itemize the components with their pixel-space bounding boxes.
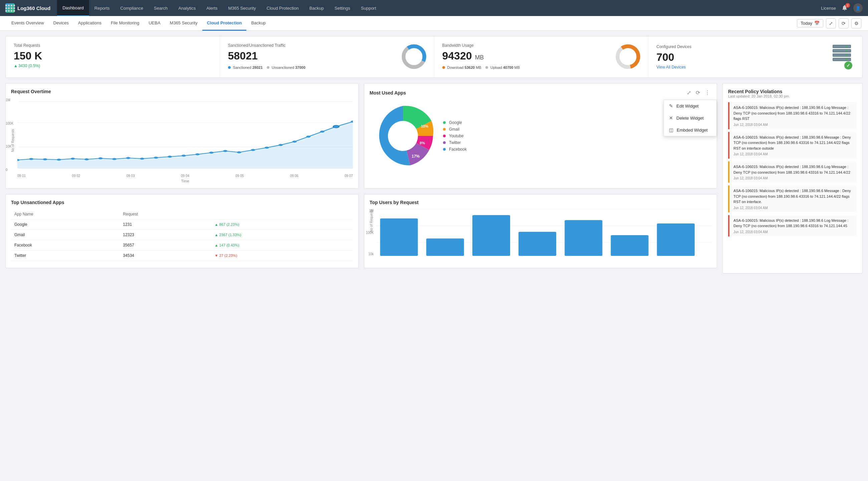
sanctioned-legend: Sanctioned 28021 Unsanctioned 37000	[228, 65, 426, 69]
stat-devices: Configured Devices 700 View All Devices	[648, 36, 862, 78]
svg-point-33	[140, 158, 144, 160]
violation-item: ASA-6-106015: Malicious IP(s) detected :…	[728, 185, 857, 212]
svg-point-40	[237, 151, 241, 153]
svg-rect-14	[846, 55, 847, 56]
svg-point-42	[265, 147, 269, 149]
subnav-applications[interactable]: Applications	[73, 16, 106, 31]
top-unsanctioned-widget: Top Unsanctioned Apps App Name Request G…	[5, 194, 359, 268]
stat-bandwidth: Bandwidth Usage 94320 MB Download 53620 …	[434, 36, 649, 78]
violations-title: Recent Policy Violations	[728, 89, 857, 94]
y-tick-1m: 1M	[6, 98, 13, 102]
x-tick-0901: 09 01	[18, 174, 26, 178]
legend-facebook: Facebook	[443, 146, 467, 153]
subnav-file-monitoring[interactable]: File Monitoring	[106, 16, 144, 31]
date-filter-label: Today	[801, 21, 812, 26]
nav-item-search[interactable]: Search	[149, 0, 173, 16]
svg-point-37	[195, 153, 199, 155]
nav-item-alerts[interactable]: Alerts	[201, 0, 223, 16]
subnav-backup[interactable]: Backup	[246, 16, 270, 31]
subnav-events[interactable]: Events Overview	[7, 16, 49, 31]
violation-item: ASA-6-106015: Malicious IP(s) detected :…	[728, 132, 857, 159]
date-filter-dropdown[interactable]: Today 📅	[797, 19, 823, 27]
svg-point-41	[251, 149, 255, 151]
svg-point-34	[154, 157, 158, 159]
pie-chart-area: 45% 10% 8% 17% Google Gmail Youtube Twit…	[370, 99, 711, 173]
table-row: Facebook 35657 ▲ 147 (0.43%)	[11, 240, 353, 250]
violation-time: Jun 12, 2018 03:04 AM	[734, 123, 853, 127]
top-users-title: Top Users by Request	[370, 200, 711, 205]
nav-item-analytics[interactable]: Analytics	[173, 0, 201, 16]
y-tick-0: 0	[6, 168, 13, 172]
nav-item-m365[interactable]: M365 Security	[223, 0, 261, 16]
expand-widget-btn[interactable]: ⤢	[685, 89, 692, 96]
devices-label: Configured Devices	[656, 44, 691, 49]
x-tick-0906: 09 06	[290, 174, 299, 178]
embed-icon: ◫	[669, 127, 673, 132]
svg-point-5	[622, 51, 634, 62]
nav-item-cloud[interactable]: Cloud Protection	[261, 0, 304, 16]
x-tick-0902: 09 02	[72, 174, 80, 178]
sanctioned-donut	[401, 43, 427, 71]
top-bar-actions: License 2 👤	[821, 3, 863, 13]
more-options-btn[interactable]: ⋮	[704, 89, 711, 96]
devices-value: 700	[656, 51, 691, 63]
violation-time: Jun 12, 2018 03:04 AM	[734, 206, 853, 210]
col-change	[211, 209, 353, 219]
svg-point-31	[112, 158, 117, 160]
refresh-widget-btn[interactable]: ⟳	[694, 89, 702, 96]
users-ytick-100k: 100K	[366, 231, 374, 235]
violation-message: ASA-6-106015: Malicious IP(s) detected :…	[734, 188, 853, 205]
svg-rect-10	[833, 50, 850, 52]
subnav-cloud-protection[interactable]: Cloud Protection	[202, 16, 247, 31]
legend-twitter: Twitter	[443, 139, 467, 146]
svg-point-2	[408, 51, 420, 62]
violation-message: ASA-6-106015: Malicious IP(s) detected :…	[734, 218, 853, 229]
svg-text:8%: 8%	[420, 141, 425, 145]
subnav-devices[interactable]: Devices	[49, 16, 73, 31]
request-cell: 35657	[120, 240, 211, 250]
bandwidth-value: 94320 MB	[442, 50, 640, 62]
grid-icon	[5, 3, 15, 13]
user-menu[interactable]: 👤	[853, 3, 863, 13]
delete-widget-menu-item[interactable]: ✕ Delete Widget	[664, 112, 716, 124]
subnav-m365[interactable]: M365 Security	[165, 16, 202, 31]
request-overtime-title: Request Overtime	[11, 89, 353, 94]
nav-item-backup[interactable]: Backup	[304, 0, 329, 16]
refresh-icon[interactable]: ⟳	[839, 19, 849, 28]
app-name-cell: Twitter	[11, 250, 120, 261]
calendar-icon: 📅	[814, 21, 819, 26]
nav-item-reports[interactable]: Reports	[89, 0, 115, 16]
settings-icon[interactable]: ⚙	[851, 19, 861, 28]
nav-item-settings[interactable]: Settings	[329, 0, 355, 16]
svg-rect-63	[657, 223, 695, 256]
svg-rect-60	[519, 232, 556, 256]
violation-time: Jun 12, 2018 03:04 AM	[734, 176, 853, 180]
subnav-ueba[interactable]: UEBA	[144, 16, 165, 31]
expand-icon[interactable]: ⤢	[826, 19, 836, 28]
nav-item-dashboard[interactable]: Dashboard	[57, 0, 89, 16]
bottom-widgets-row: Top Unsanctioned Apps App Name Request G…	[5, 194, 717, 268]
notification-bell[interactable]: 2	[841, 4, 848, 12]
svg-point-26	[43, 158, 47, 160]
nav-item-compliance[interactable]: Compliance	[115, 0, 149, 16]
delete-icon: ✕	[669, 115, 673, 121]
svg-text:10%: 10%	[421, 124, 428, 128]
users-ytick-1m: 1M	[366, 209, 374, 213]
app-logo[interactable]: Log360 Cloud	[5, 3, 51, 13]
bandwidth-label: Bandwidth Usage	[442, 43, 640, 48]
dashboard: Total Requests 150 K 3430 (0.5%) Sanctio…	[0, 31, 868, 279]
nav-item-support[interactable]: Support	[355, 0, 381, 16]
view-all-devices-link[interactable]: View All Devices	[656, 65, 691, 69]
license-link[interactable]: License	[821, 6, 836, 11]
embed-widget-menu-item[interactable]: ◫ Embded Widget	[664, 124, 716, 136]
stat-total-requests: Total Requests 150 K 3430 (0.5%)	[6, 36, 220, 78]
svg-text:✓: ✓	[846, 63, 850, 68]
col-app-name: App Name	[11, 209, 120, 219]
svg-point-44	[292, 141, 297, 143]
edit-widget-menu-item[interactable]: ✎ Edit Widget	[664, 100, 716, 112]
bar-chart-svg	[376, 209, 711, 256]
total-requests-value: 150 K	[14, 50, 212, 62]
svg-point-28	[70, 158, 75, 160]
svg-point-47	[333, 125, 339, 128]
svg-rect-11	[846, 50, 847, 52]
